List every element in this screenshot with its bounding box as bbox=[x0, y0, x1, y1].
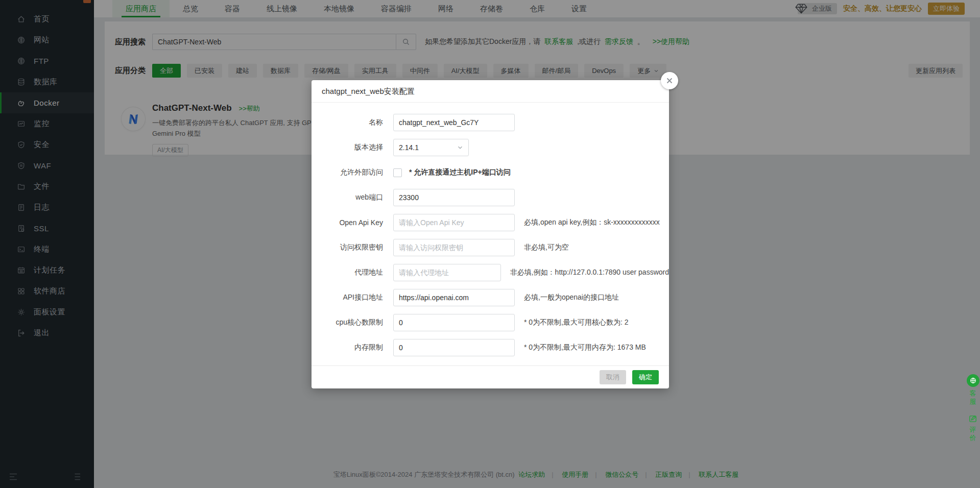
form-row-memory-limit: 内存限制 * 0为不限制,最大可用内存为: 1673 MB bbox=[312, 339, 669, 356]
field-label: API接口地址 bbox=[312, 293, 383, 302]
field-label: 允许外部访问 bbox=[312, 168, 383, 177]
field-hint: 非必填,例如：http://127.0.0.1:7890 user passwo… bbox=[510, 268, 669, 277]
name-field[interactable] bbox=[393, 114, 515, 131]
cancel-button[interactable]: 取消 bbox=[600, 370, 626, 384]
chevron-down-icon bbox=[457, 144, 463, 151]
form-row-proxy: 代理地址 非必填,例如：http://127.0.0.1:7890 user p… bbox=[312, 264, 669, 281]
field-label: 名称 bbox=[312, 118, 383, 127]
floating-widgets: 客服 评价 bbox=[966, 374, 979, 442]
review-widget-label[interactable]: 评价 bbox=[970, 426, 976, 442]
version-select-value: 2.14.1 bbox=[399, 143, 419, 152]
confirm-button[interactable]: 确定 bbox=[632, 370, 659, 384]
api-url-field[interactable] bbox=[393, 289, 515, 306]
close-button[interactable] bbox=[661, 72, 678, 89]
field-label: Open Api Key bbox=[312, 218, 383, 227]
field-hint: 必填,open api key,例如：sk-xxxxxxxxxxxxx bbox=[524, 218, 660, 227]
field-label: 版本选择 bbox=[312, 143, 383, 152]
form-row-api-url: API接口地址 必填,一般为openai的接口地址 bbox=[312, 289, 669, 306]
proxy-address-field[interactable] bbox=[393, 264, 501, 281]
modal-title: chatgpt_next_web安装配置 bbox=[312, 80, 669, 103]
modal-body: 名称 版本选择 2.14.1 允许外部访问 * 允许直接通过主机IP+端口访问 … bbox=[312, 103, 669, 356]
field-label: web端口 bbox=[312, 193, 383, 202]
field-hint: * 0为不限制,最大可用核心数为: 2 bbox=[524, 318, 629, 327]
field-label: 代理地址 bbox=[312, 268, 383, 277]
bt-panel-screen: 首页 网站 FTP 数据库 Docker 监控 安全 WAF 文件 日志 SSL… bbox=[0, 0, 980, 488]
install-config-modal: chatgpt_next_web安装配置 名称 版本选择 2.14.1 允许外部… bbox=[312, 80, 669, 388]
cpu-limit-field[interactable] bbox=[393, 314, 515, 331]
support-widget[interactable] bbox=[967, 374, 979, 387]
external-access-checkbox[interactable] bbox=[393, 168, 402, 177]
access-password-field[interactable] bbox=[393, 239, 515, 256]
web-port-field[interactable] bbox=[393, 189, 515, 206]
open-api-key-field[interactable] bbox=[393, 214, 515, 231]
form-row-web-port: web端口 bbox=[312, 189, 669, 206]
field-hint: 非必填,可为空 bbox=[524, 243, 569, 252]
form-row-version: 版本选择 2.14.1 bbox=[312, 139, 669, 156]
review-pencil-icon[interactable] bbox=[968, 414, 977, 423]
form-row-access-password: 访问权限密钥 非必填,可为空 bbox=[312, 239, 669, 256]
version-select[interactable]: 2.14.1 bbox=[393, 139, 469, 156]
form-row-external-access: 允许外部访问 * 允许直接通过主机IP+端口访问 bbox=[312, 164, 669, 181]
modal-footer: 取消 确定 bbox=[312, 365, 669, 388]
form-row-name: 名称 bbox=[312, 114, 669, 131]
field-label: 内存限制 bbox=[312, 343, 383, 352]
form-row-api-key: Open Api Key 必填,open api key,例如：sk-xxxxx… bbox=[312, 214, 669, 231]
field-label: 访问权限密钥 bbox=[312, 243, 383, 252]
support-globe-icon bbox=[969, 377, 977, 384]
support-widget-label[interactable]: 客服 bbox=[970, 389, 976, 406]
memory-limit-field[interactable] bbox=[393, 339, 515, 356]
field-label: cpu核心数限制 bbox=[312, 318, 383, 327]
close-icon bbox=[665, 77, 674, 85]
form-row-cpu-limit: cpu核心数限制 * 0为不限制,最大可用核心数为: 2 bbox=[312, 314, 669, 331]
field-hint: * 0为不限制,最大可用内存为: 1673 MB bbox=[524, 343, 646, 352]
field-hint: 必填,一般为openai的接口地址 bbox=[524, 293, 619, 302]
external-access-note: * 允许直接通过主机IP+端口访问 bbox=[409, 168, 511, 177]
